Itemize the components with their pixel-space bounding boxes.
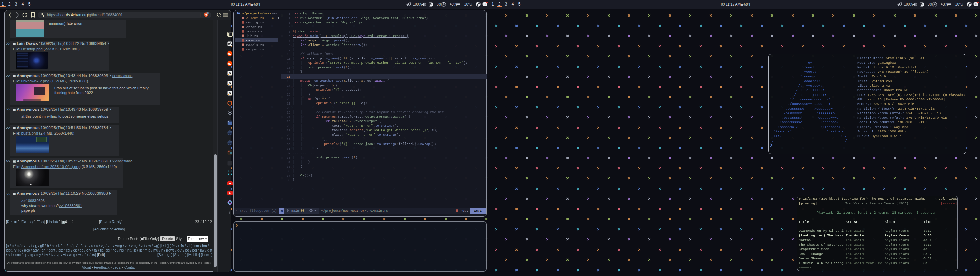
svg-text:a: a	[229, 72, 231, 75]
svg-text:a: a	[229, 91, 231, 95]
svg-text:a: a	[229, 81, 231, 85]
svg-text:3: 3	[207, 13, 208, 14]
